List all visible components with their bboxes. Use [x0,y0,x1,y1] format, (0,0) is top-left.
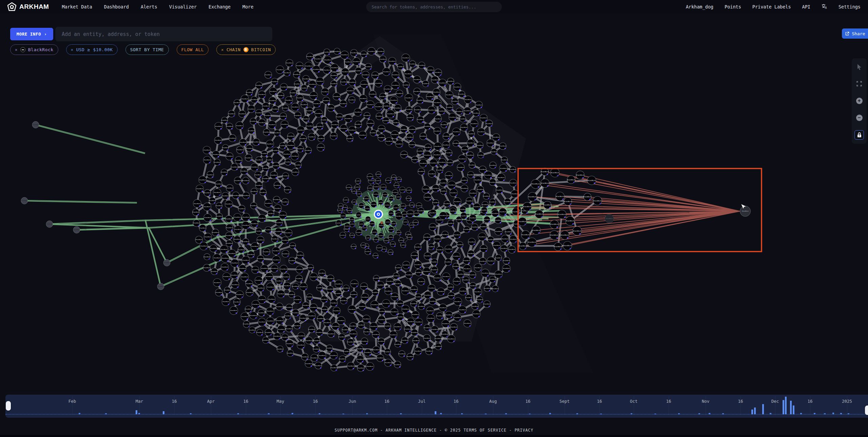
graph-node[interactable]: BlackRock [256,82,263,89]
graph-node[interactable]: BlackRock [383,103,390,110]
graph-node[interactable]: BlackRock [292,168,299,176]
graph-node[interactable]: BlackRock [470,282,476,289]
graph-node[interactable]: BlackRock [382,192,388,197]
graph-node[interactable]: BlackRock [412,311,419,318]
graph-node[interactable]: BlackRock [375,79,382,87]
graph-node[interactable]: BlackRock [234,298,241,305]
graph-node[interactable]: BlackRock [342,326,349,333]
graph-node[interactable]: BlackRock [442,273,450,280]
graph-node[interactable]: BlackRock [371,301,379,309]
graph-node[interactable]: BlackRock [310,92,317,99]
graph-node[interactable]: BlackRock [423,234,431,241]
graph-node[interactable]: BlackRock [384,202,390,208]
graph-node[interactable]: BlackRock [384,287,392,295]
graph-node[interactable]: BlackRock [281,237,289,244]
graph-node[interactable]: BlackRock [386,278,394,285]
graph-node[interactable]: BlackRock [382,299,390,307]
graph-node[interactable]: BlackRock [277,346,283,352]
graph-node[interactable]: BlackRock [422,185,430,193]
graph-node[interactable]: BlackRock [323,66,331,74]
graph-node[interactable]: BlackRock [358,303,366,310]
graph-node[interactable]: BlackRock [238,246,244,253]
graph-node[interactable]: BlackRock [394,361,401,368]
zoom-in-icon[interactable]: + [855,96,864,105]
graph-node[interactable]: BlackRock [442,141,450,148]
graph-node[interactable]: BlackRock [469,190,477,197]
graph-node[interactable]: BlackRock [340,51,349,59]
graph-node[interactable]: BlackRock [447,160,454,166]
graph-node[interactable]: BlackRock [301,85,308,91]
graph-node[interactable]: BlackRock [305,360,313,368]
graph-node[interactable]: BlackRock [239,110,246,117]
graph-node[interactable]: BlackRock [251,188,258,195]
graph-node[interactable]: BlackRock [413,220,419,225]
graph-node[interactable]: BlackRock [297,145,304,152]
graph-node[interactable]: BlackRock [341,68,349,76]
graph-node[interactable]: BlackRock [239,265,246,272]
graph-node[interactable]: BlackRock [294,296,301,304]
graph-node[interactable]: BlackRock [349,79,356,86]
graph-node[interactable]: BlackRock [344,59,352,65]
zoom-out-icon[interactable]: − [855,113,864,122]
graph-node[interactable]: BlackRock [554,243,562,251]
graph-node[interactable]: BlackRock [271,265,278,272]
graph-node[interactable]: BlackRock [234,177,242,184]
graph-node[interactable]: BlackRock [447,220,454,226]
graph-node[interactable]: BlackRock [366,362,374,371]
graph-node[interactable]: BlackRock [360,283,368,290]
graph-node[interactable]: BlackRock [453,231,461,239]
graph-node[interactable]: BlackRock [321,117,328,123]
graph-node[interactable]: BlackRock [361,293,369,301]
graph-node[interactable]: BlackRock [245,154,252,161]
graph-node[interactable]: BlackRock [390,241,396,247]
graph-node[interactable]: BlackRock [238,205,245,212]
graph-node[interactable]: BlackRock [231,163,238,171]
graph-node[interactable]: BlackRock [419,159,427,167]
graph-node[interactable]: BlackRock [298,332,305,340]
graph-node[interactable]: BlackRock [293,71,300,78]
graph-node[interactable]: BlackRock [495,270,502,278]
graph-node[interactable]: BlackRock [356,229,362,235]
graph-node[interactable]: BlackRock [246,289,253,296]
account-username[interactable]: Arkham_dog [686,4,713,9]
graph-node[interactable]: BlackRock [417,148,424,155]
graph-node[interactable]: BlackRock [257,284,264,292]
graph-node[interactable]: BlackRock [453,263,459,270]
graph-node[interactable]: BlackRock [348,305,356,313]
graph-node[interactable]: BlackRock [495,227,502,235]
filter-chip-sort-by-time[interactable]: SORT BY TIME [125,44,169,55]
graph-node[interactable]: BlackRock [283,150,291,158]
graph-node[interactable]: BlackRock [310,273,318,281]
graph-node[interactable]: BlackRock [328,330,335,338]
graph-node[interactable]: BlackRock [291,152,299,160]
graph-node[interactable]: BlackRock [331,64,339,72]
graph-node[interactable]: BlackRock [215,180,222,187]
graph-node[interactable]: BlackRock [355,121,362,128]
graph-node[interactable]: BlackRock [501,235,509,242]
graph-node[interactable]: BlackRock [327,275,334,282]
graph-node[interactable]: BlackRock [450,323,457,331]
graph-node[interactable]: BlackRock [499,164,508,173]
graph-node[interactable]: BlackRock [273,196,280,203]
graph-node[interactable]: BlackRock [311,354,318,362]
graph-node[interactable]: BlackRock [251,163,258,171]
graph-node[interactable]: BlackRock [283,282,291,290]
graph-node[interactable]: BlackRock [504,198,511,205]
graph-node[interactable]: BlackRock [480,223,487,231]
graph-node[interactable]: BlackRock [241,273,249,281]
graph-node[interactable]: BlackRock [235,157,242,164]
graph-node[interactable]: BlackRock [463,107,471,115]
graph-node[interactable]: BlackRock [376,245,383,251]
graph-node[interactable]: BlackRock [318,135,325,142]
graph-node[interactable]: BlackRock [321,306,328,313]
graph-node[interactable]: BlackRock [258,296,266,304]
graph-node[interactable]: BlackRock [395,280,401,287]
graph-node[interactable]: BlackRock [462,277,470,283]
graph-node[interactable]: BlackRock [453,83,461,91]
graph-node[interactable]: BlackRock [447,335,455,343]
graph-node[interactable]: BlackRock [340,232,346,238]
graph-node[interactable]: BlackRock [331,72,337,79]
graph-node[interactable]: BlackRock [388,196,394,201]
graph-node[interactable]: BlackRock [367,185,373,191]
graph-node[interactable]: BlackRock [257,236,264,244]
